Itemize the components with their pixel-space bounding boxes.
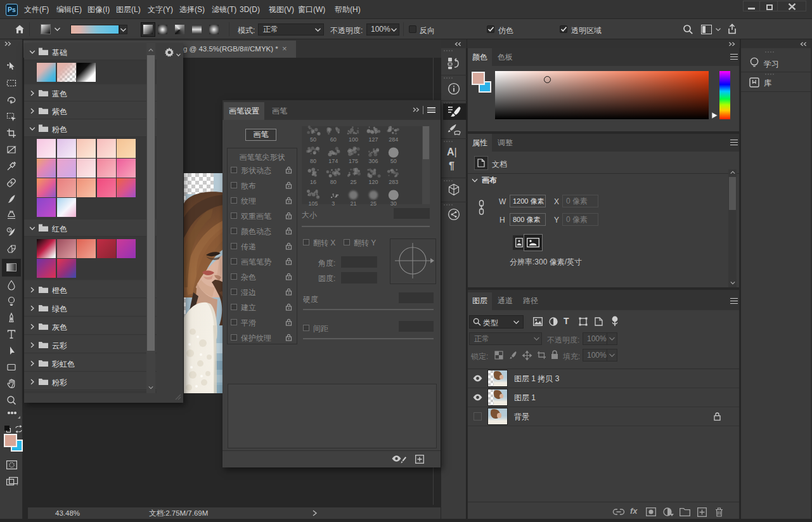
svg-text:175: 175 xyxy=(349,158,358,164)
svg-text:100: 100 xyxy=(349,136,358,143)
svg-text:3: 3 xyxy=(332,200,335,207)
svg-text:60: 60 xyxy=(330,136,337,143)
svg-text:80: 80 xyxy=(330,179,337,185)
svg-text:50: 50 xyxy=(310,136,316,143)
svg-text:283: 283 xyxy=(389,179,398,185)
svg-text:25: 25 xyxy=(370,200,377,207)
svg-text:105: 105 xyxy=(308,200,318,207)
svg-text:174: 174 xyxy=(328,158,338,164)
svg-text:120: 120 xyxy=(369,179,378,185)
svg-text:284: 284 xyxy=(389,136,398,143)
svg-text:16: 16 xyxy=(310,179,316,185)
svg-text:80: 80 xyxy=(310,158,316,164)
svg-text:127: 127 xyxy=(369,136,378,143)
svg-text:21: 21 xyxy=(350,200,356,207)
svg-text:50: 50 xyxy=(390,158,397,164)
svg-text:30: 30 xyxy=(390,200,397,207)
svg-text:25: 25 xyxy=(350,179,356,185)
svg-text:306: 306 xyxy=(369,158,378,164)
